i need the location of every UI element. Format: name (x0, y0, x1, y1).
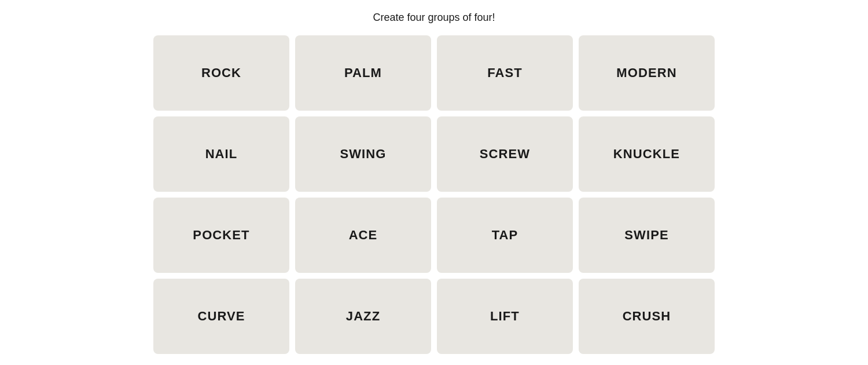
tile-label-ace: ACE (349, 228, 378, 243)
tile-swing[interactable]: SWING (295, 116, 431, 192)
tile-label-fast: FAST (487, 65, 523, 81)
tile-label-crush: CRUSH (623, 309, 671, 324)
tile-tap[interactable]: TAP (437, 198, 573, 273)
tile-nail[interactable]: NAIL (153, 116, 289, 192)
tile-label-screw: SCREW (480, 147, 530, 162)
tile-knuckle[interactable]: KNUCKLE (579, 116, 715, 192)
tile-screw[interactable]: SCREW (437, 116, 573, 192)
tile-label-knuckle: KNUCKLE (613, 147, 680, 162)
tile-label-swing: SWING (340, 147, 386, 162)
tile-label-modern: MODERN (616, 65, 676, 81)
tile-ace[interactable]: ACE (295, 198, 431, 273)
tile-rock[interactable]: ROCK (153, 35, 289, 111)
tile-swipe[interactable]: SWIPE (579, 198, 715, 273)
tile-label-jazz: JAZZ (346, 309, 380, 324)
tile-lift[interactable]: LIFT (437, 279, 573, 354)
tile-jazz[interactable]: JAZZ (295, 279, 431, 354)
tile-palm[interactable]: PALM (295, 35, 431, 111)
tile-label-pocket: POCKET (193, 228, 249, 243)
tile-label-lift: LIFT (490, 309, 520, 324)
tile-label-tap: TAP (492, 228, 518, 243)
tile-curve[interactable]: CURVE (153, 279, 289, 354)
tile-label-palm: PALM (344, 65, 382, 81)
game-subtitle: Create four groups of four! (373, 12, 495, 24)
word-grid: ROCKPALMFASTMODERNNAILSWINGSCREWKNUCKLEP… (153, 35, 715, 354)
tile-modern[interactable]: MODERN (579, 35, 715, 111)
tile-label-curve: CURVE (197, 309, 245, 324)
tile-label-rock: ROCK (201, 65, 241, 81)
tile-crush[interactable]: CRUSH (579, 279, 715, 354)
tile-label-swipe: SWIPE (624, 228, 668, 243)
tile-pocket[interactable]: POCKET (153, 198, 289, 273)
tile-fast[interactable]: FAST (437, 35, 573, 111)
tile-label-nail: NAIL (205, 147, 238, 162)
